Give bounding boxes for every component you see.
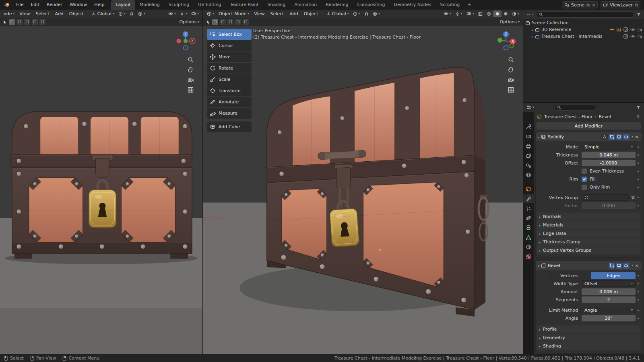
add-workspace-button[interactable]: + [464,0,474,10]
pan-hand-icon[interactable] [187,66,194,73]
scene-selector[interactable]: Scene ⧉ × [562,1,598,8]
camera-view-icon[interactable] [508,76,514,83]
workspace-tab-compositing[interactable]: Compositing [353,0,390,10]
select-mode-set-button[interactable] [212,19,218,25]
hide-eye-icon[interactable] [630,28,635,31]
tool-rotate[interactable]: Rotate [207,63,252,74]
section-thickness-clamp[interactable]: Thickness Clamp [537,238,640,246]
tool-select-box[interactable]: Select Box [207,29,252,40]
tab-scene[interactable] [523,161,534,170]
visibility-dropdown[interactable]: ▾ [166,10,178,17]
section-profile[interactable]: Profile [537,325,640,333]
section-materials[interactable]: Materials [537,221,640,229]
orthographic-grid-icon[interactable] [187,86,194,93]
tab-object[interactable] [523,185,534,193]
overlays-dropdown[interactable]: ▾ [189,10,201,17]
gizmos-dropdown[interactable]: ▾ [453,10,464,17]
select-menu[interactable]: Select [33,11,52,16]
filter-funnel-icon[interactable] [636,12,641,17]
select-mode-invert-button[interactable] [32,19,38,25]
render-camera-icon[interactable] [638,28,642,32]
tool-add-cube[interactable]: Add Cube [207,121,252,132]
shading-solid-button[interactable] [493,10,502,17]
even-thickness-checkbox[interactable] [582,169,587,174]
select-mode-invert-button[interactable] [235,19,241,25]
object-menu[interactable]: Object [66,11,87,16]
new-scene-icon[interactable]: ⧉ [586,2,590,8]
workspace-tab-texture-paint[interactable]: Texture Paint [226,0,263,10]
add-modifier-button[interactable]: Add Modifier [537,122,641,130]
outliner-search-input[interactable] [536,11,634,18]
edit-mode-toggle[interactable] [609,134,615,140]
tab-physics[interactable] [523,214,534,222]
realtime-display-toggle[interactable] [616,134,622,140]
navigation-gizmo[interactable]: Z X [495,31,516,51]
tool-options-dropdown[interactable]: Options▾ [500,19,520,25]
tab-constraints[interactable] [523,223,534,232]
overlays-dropdown[interactable]: ▾ [464,10,476,17]
outliner-row-3d-reference[interactable]: 3D Reference [523,26,644,33]
workspace-tab-sculpting[interactable]: Sculpting [164,0,194,10]
tab-render[interactable] [523,132,534,141]
navigation-gizmo[interactable]: Z X [175,31,196,51]
tab-modifiers[interactable] [523,194,534,203]
tool-transform[interactable]: Transform [207,85,252,96]
shading-material-button[interactable] [502,10,510,17]
filter-funnel-icon[interactable] [636,105,641,110]
menu-edit[interactable]: Edit [27,0,43,10]
mode-dropdown-truncated[interactable]: ode▾ [2,10,17,17]
blender-logo-icon[interactable] [4,2,10,7]
expand-arrow-icon[interactable] [532,27,533,32]
render-display-toggle[interactable] [623,134,630,140]
menu-render[interactable]: Render [43,0,66,10]
shading-rendered-button[interactable]: ▾ [510,10,521,17]
edges-tab[interactable]: Edges [591,272,636,279]
collapse-arrow-icon[interactable] [538,134,539,140]
animate-property-dot[interactable] [636,275,641,276]
tab-particles[interactable] [523,204,534,213]
breadcrumb-object[interactable]: Treasure Chest - Floor [544,114,592,119]
transform-orientation-dropdown[interactable]: Global▾ [90,10,116,17]
thickness-field[interactable]: 0.046 m [582,152,636,158]
viewport-left-canvas[interactable]: Z X [0,26,202,354]
animate-property-dot[interactable] [636,146,641,148]
workspace-tab-uv-editing[interactable]: UV Editing [194,0,225,10]
hide-eye-icon[interactable] [630,35,635,38]
section-edge-data[interactable]: Edge Data [537,230,640,237]
workspace-tab-layout[interactable]: Layout [111,0,135,10]
rim-fill-checkbox[interactable] [582,177,587,182]
viewport-right-canvas[interactable]: User Perspective (2) Treasure Chest - In… [203,26,523,354]
magnet-snap-toggle[interactable] [362,10,371,17]
transform-orientation-dropdown[interactable]: Global▾ [324,10,351,17]
pin-icon[interactable] [636,115,640,119]
edit-mode-toggle[interactable] [609,263,615,269]
modifier-name[interactable]: Bevel [548,263,560,268]
camera-view-icon[interactable] [187,76,194,83]
properties-search-input[interactable] [554,105,596,111]
object-mode-dropdown[interactable]: Object Mode▾ [217,10,251,17]
menu-window[interactable]: Window [66,0,91,10]
orthographic-grid-icon[interactable] [508,86,514,93]
factor-field[interactable]: 0.000 [582,202,636,209]
view-menu[interactable]: View [251,11,267,16]
snap-target-dropdown[interactable]: ▾ [116,10,128,17]
section-shading[interactable]: Shading [537,342,640,350]
render-camera-icon[interactable] [638,35,642,39]
modifier-name[interactable]: Solidify [548,134,564,140]
tool-move[interactable]: Move [207,51,252,62]
tool-measure[interactable]: Measure [207,108,252,119]
menu-help[interactable]: Help [91,0,108,10]
render-display-toggle[interactable] [623,263,630,269]
animate-property-dot[interactable] [636,154,641,156]
animate-property-dot[interactable] [636,162,641,164]
visibility-dropdown[interactable]: ▾ [442,10,453,17]
object-menu[interactable]: Object [301,11,321,16]
viewlayer-selector[interactable]: ViewLayer ⧉ [601,1,640,8]
magnet-snap-toggle[interactable] [128,10,136,17]
select-mode-extend-button[interactable] [17,19,23,25]
workspace-tab-animation[interactable]: Animation [290,0,321,10]
outliner-editor-icon[interactable]: ▾ [526,12,534,17]
animate-property-dot[interactable] [636,197,641,198]
selectable-checkbox-icon[interactable] [623,27,628,32]
modifier-extras-dropdown[interactable]: ▾ [632,135,633,138]
